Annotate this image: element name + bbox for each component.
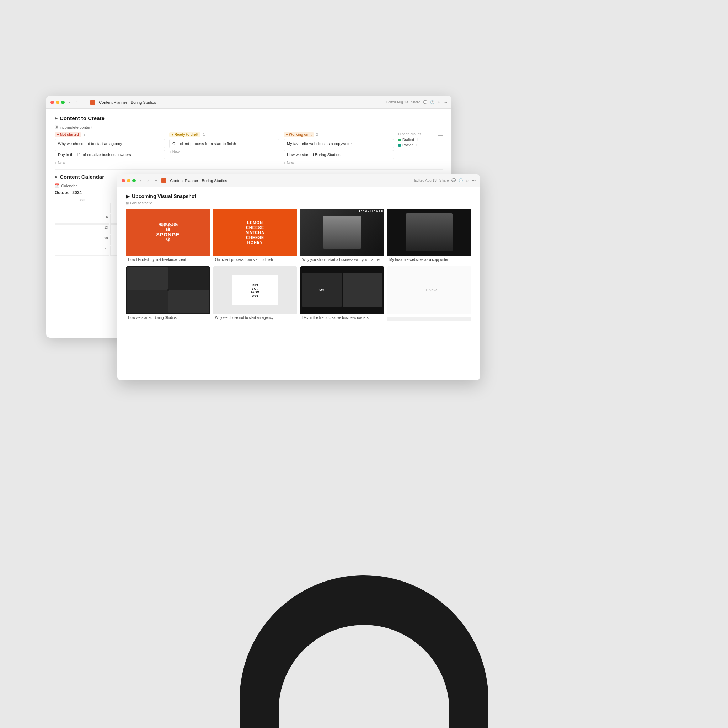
gallery-caption-white: Why we chose not to start an agency — [213, 314, 297, 321]
clock-icon-back: 🕐 — [430, 100, 434, 104]
section1-title: Content to Create — [60, 115, 104, 121]
snapshot-title: Upcoming Visual Snapshot — [132, 193, 196, 199]
maximize-icon-front[interactable] — [132, 179, 136, 182]
new-btn-col2[interactable]: +New — [169, 150, 279, 154]
count-not-started: 2 — [84, 133, 86, 136]
kanban-col-not-started: ● Not started 2 Why we chose not to star… — [55, 132, 165, 165]
kanban-label: ⊞ Incomplete content — [55, 125, 443, 129]
comment-icon-front: 💬 — [451, 179, 456, 182]
window-controls-back — [50, 101, 65, 104]
gallery-item-new[interactable]: + + New — [387, 266, 471, 321]
hidden-label: Hidden groups — [398, 132, 434, 136]
new-label[interactable]: + New — [425, 288, 436, 292]
new-btn-col3[interactable]: +New — [284, 161, 394, 165]
add-tab-btn-front[interactable]: + — [153, 177, 159, 184]
content-area-front: ▶ Upcoming Visual Snapshot ⊞ Grid aesthe… — [117, 187, 480, 380]
kanban-col-working-on-it: ● Working on it 2 My favourite websites … — [284, 132, 394, 165]
col-header-ready-to-draft: ● Ready to draft 1 — [169, 132, 279, 137]
gallery-caption-masked: My favourite websites as a copywriter — [387, 256, 471, 263]
gallery-grid: 湾海绵蛋糕绵 SPONGE 绵 How I landed my first fr… — [126, 209, 471, 321]
tab-title-back: Content Planner - Boring Studios — [99, 100, 156, 104]
outfit-grid-3 — [127, 291, 168, 313]
new-btn-col1[interactable]: +New — [55, 161, 165, 165]
count-drafted: 1 — [416, 138, 418, 142]
back-btn[interactable]: ‹ — [67, 99, 72, 106]
gallery-item-sponge[interactable]: 湾海绵蛋糕绵 SPONGE 绵 How I landed my first fr… — [126, 209, 210, 263]
share-btn-back[interactable]: Share — [411, 100, 421, 104]
cal-cell[interactable]: 6 — [55, 214, 110, 223]
label-drafted: Drafted — [402, 138, 414, 142]
kanban-card[interactable]: Our client process from start to finish — [169, 139, 279, 148]
comment-icon-back: 💬 — [423, 100, 427, 104]
tab-title-front: Content Planner - Boring Studios — [170, 179, 227, 183]
gallery-caption-s04dark: Day in the life of creative business own… — [300, 314, 384, 321]
thumb-new: + + New — [387, 266, 471, 314]
count-ready-to-draft: 1 — [203, 133, 205, 136]
minimize-icon[interactable] — [56, 101, 60, 104]
gallery-item-outfit[interactable]: How we started Boring Studios — [126, 266, 210, 321]
snapshot-header: ▶ Upcoming Visual Snapshot — [126, 193, 471, 199]
gallery-item-lemon[interactable]: LEMON CHEESE MATCHA CHEESE HONEY Our cli… — [213, 209, 297, 263]
badge-working-on-it: ● Working on it — [284, 132, 314, 137]
tab-bar-front: Content Planner - Boring Studios — [161, 178, 411, 183]
close-icon[interactable] — [50, 101, 54, 104]
label-posted: Posted — [402, 143, 413, 147]
back-btn-front[interactable]: ‹ — [139, 177, 143, 184]
s04-block2 — [343, 273, 382, 307]
gallery-caption-new — [387, 314, 471, 317]
group-drafted: Drafted 1 — [398, 138, 434, 142]
gallery-item-beauty[interactable]: BEAUTIFULLY Why you should start a busin… — [300, 209, 384, 263]
outfit-grid-2 — [168, 267, 210, 290]
calendar-icon: 📅 — [55, 184, 60, 188]
section-content-to-create: ▶ Content to Create — [55, 115, 443, 121]
tab-icon-back — [90, 100, 95, 105]
add-tab-btn[interactable]: + — [82, 99, 88, 106]
browser-chrome-front: ‹ › + Content Planner - Boring Studios E… — [117, 174, 480, 187]
triangle-icon-1: ▶ — [55, 116, 58, 120]
triangle-icon-2: ▶ — [55, 175, 58, 179]
close-icon-front[interactable] — [122, 179, 125, 182]
kanban-col-ready-to-draft: ● Ready to draft 1 Our client process fr… — [169, 132, 279, 165]
gallery-item-s04dark[interactable]: S04 Day in the life of creative business… — [300, 266, 384, 321]
tab-icon-front — [161, 178, 166, 183]
cal-day-sun: Sun — [55, 197, 110, 202]
figure-shape — [323, 216, 361, 249]
share-btn-front[interactable]: Share — [439, 179, 449, 182]
gallery-item-white[interactable]: S04WO4SO4S04 Why we chose not to start a… — [213, 266, 297, 321]
forward-btn-front[interactable]: › — [146, 177, 150, 184]
thumb-s04dark: S04 — [300, 266, 384, 314]
collapse-btn[interactable]: — — [438, 132, 443, 165]
maximize-icon[interactable] — [61, 101, 65, 104]
table-icon: ⊞ — [55, 125, 58, 129]
forward-btn[interactable]: › — [75, 99, 79, 106]
kanban-card[interactable]: My favourite websites as a copywriter — [284, 139, 394, 148]
new-item-btn[interactable]: + + New — [422, 288, 436, 292]
cal-cell[interactable]: 13 — [55, 224, 110, 234]
more-icon-front[interactable]: ••• — [472, 179, 476, 182]
front-window: ‹ › + Content Planner - Boring Studios E… — [117, 174, 480, 380]
kanban-card[interactable]: Why we chose not to start an agency — [55, 139, 165, 148]
gallery-caption-outfit: How we started Boring Studios — [126, 314, 210, 321]
minimize-icon-front[interactable] — [127, 179, 130, 182]
thumb-lemon: LEMON CHEESE MATCHA CHEESE HONEY — [213, 209, 297, 256]
outfit-grid-4 — [168, 291, 210, 313]
plus-icon: + — [422, 288, 424, 292]
outfit-grid-1 — [127, 267, 168, 290]
edited-label-back: Edited Aug 13 — [386, 100, 408, 104]
cal-cell — [55, 203, 110, 213]
star-icon-back[interactable]: ☆ — [437, 100, 440, 104]
col-header-not-started: ● Not started 2 — [55, 132, 165, 137]
chrome-right-back: Edited Aug 13 Share 💬 🕐 ☆ ••• — [386, 100, 447, 104]
cal-cell[interactable]: 27 — [55, 246, 110, 255]
kanban-card[interactable]: Day in the life of creative business own… — [55, 150, 165, 159]
kanban-card[interactable]: How we started Boring Studios — [284, 150, 394, 159]
gallery-item-masked[interactable]: My favourite websites as a copywriter — [387, 209, 471, 263]
thumb-masked — [387, 209, 471, 256]
badge-ready-to-draft: ● Ready to draft — [169, 132, 200, 137]
kanban-board: ● Not started 2 Why we chose not to star… — [55, 132, 443, 165]
gallery-caption-beauty: Why you should start a business with you… — [300, 256, 384, 263]
more-icon-back[interactable]: ••• — [443, 100, 447, 104]
star-icon-front[interactable]: ☆ — [466, 179, 469, 182]
cal-cell[interactable]: 20 — [55, 235, 110, 245]
thumb-sponge: 湾海绵蛋糕绵 SPONGE 绵 — [126, 209, 210, 256]
